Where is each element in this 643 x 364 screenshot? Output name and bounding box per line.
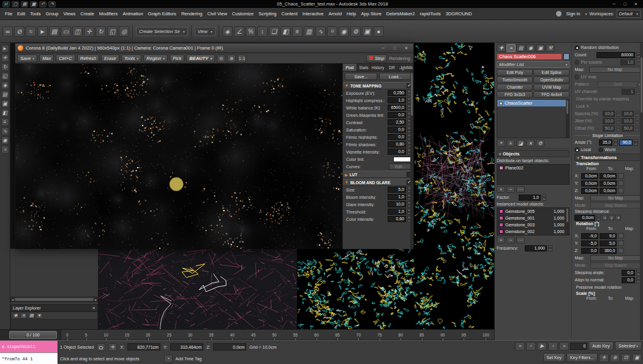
- vfb-save-button[interactable]: Save▾: [17, 54, 37, 62]
- vfb-region-button[interactable]: Region▾: [143, 54, 168, 62]
- select-and-rotate-icon[interactable]: ↻: [96, 26, 106, 37]
- menu-item[interactable]: 3DGROUND: [443, 11, 475, 17]
- slope-from-field[interactable]: 35,0: [599, 139, 612, 146]
- select-and-move-icon[interactable]: ✛: [84, 26, 94, 37]
- render-production-icon[interactable]: ●: [374, 26, 384, 37]
- dock-scale-icon[interactable]: ◱: [1, 72, 9, 80]
- frequency-field[interactable]: 1,000: [525, 245, 547, 251]
- menu-item[interactable]: Graph Editors: [146, 11, 179, 17]
- viewport-right-wireframe[interactable]: [414, 43, 495, 329]
- motion-tab-icon[interactable]: ◉: [526, 44, 535, 52]
- value-field[interactable]: 50,0: [603, 125, 615, 132]
- spinner[interactable]: [616, 111, 620, 117]
- from-field[interactable]: 0,0: [581, 248, 598, 254]
- menu-item[interactable]: Content: [279, 11, 299, 17]
- maxscript-mini-listener[interactable]: e.slopeToCell "fromTo 44 1: [0, 341, 58, 364]
- z-axis-toggle[interactable]: z: [615, 215, 621, 220]
- select-by-name-icon[interactable]: ▤: [49, 26, 59, 37]
- utilities-tab-icon[interactable]: ⚒: [546, 44, 555, 52]
- target-object-row[interactable]: Plane002: [497, 165, 569, 171]
- vfb-tab[interactable]: History: [371, 64, 385, 71]
- sign-in-button[interactable]: Sign in: [564, 11, 583, 17]
- menu-item[interactable]: File: [2, 11, 15, 17]
- create-tab-icon[interactable]: ✚: [497, 44, 506, 52]
- undo-icon[interactable]: ↶: [39, 1, 47, 7]
- y-coordinate-field[interactable]: 310,464cm: [170, 343, 203, 351]
- vfb-maximize-button[interactable]: □: [390, 46, 399, 50]
- z-coordinate-field[interactable]: 0,0cm: [213, 343, 246, 351]
- vfb-param-field[interactable]: 0,80: [388, 141, 406, 147]
- vfb-tab[interactable]: DR: [385, 64, 399, 71]
- vfb-param-field[interactable]: 0,0: [388, 149, 406, 155]
- lut-header[interactable]: ▶ LUT: [343, 171, 413, 178]
- translation-mode-button[interactable]: Map Based: [590, 202, 641, 209]
- uv-channel-field[interactable]: 1: [622, 89, 635, 95]
- pin-stack-icon[interactable]: ⌖: [497, 139, 505, 147]
- modifier-button[interactable]: Chamfer: [497, 84, 533, 91]
- dock-align-icon[interactable]: ≡: [1, 118, 9, 126]
- models-scrollbar[interactable]: [566, 208, 569, 235]
- select-and-place-icon[interactable]: ◎: [119, 26, 129, 37]
- dock-mirror-icon[interactable]: ◧: [1, 109, 9, 117]
- window-crossing-icon[interactable]: ◫: [72, 26, 83, 37]
- stack-scrollbar[interactable]: [566, 100, 569, 138]
- dock-material-icon[interactable]: ◉: [1, 136, 9, 144]
- vfb-erase-button[interactable]: Erase: [101, 54, 119, 62]
- new-scene-icon[interactable]: ▢: [12, 1, 19, 7]
- spinner[interactable]: [616, 125, 620, 132]
- rectangular-selection-icon[interactable]: ▭: [61, 26, 71, 37]
- render-view[interactable]: [15, 64, 342, 249]
- map-slot[interactable]: [618, 233, 624, 239]
- target-options-button[interactable]: ⋯: [516, 186, 525, 193]
- instanced-model-row[interactable]: Gemstone_003 1,000: [497, 221, 569, 228]
- zoom-view-button[interactable]: ⊕: [610, 354, 620, 362]
- vfb-max-button[interactable]: Max: [39, 54, 54, 62]
- close-button[interactable]: ✕: [631, 2, 641, 7]
- object-color-swatch[interactable]: [563, 53, 570, 60]
- map-slot[interactable]: [618, 180, 624, 186]
- selection-filter-dropdown[interactable]: Selected ▾: [615, 341, 642, 351]
- go-to-end-button[interactable]: »: [559, 342, 569, 351]
- objects-rollout-header[interactable]: ▾Objects: [497, 150, 570, 157]
- select-object-icon[interactable]: ►: [37, 26, 48, 37]
- stepping-angle-field[interactable]: 0,0: [622, 270, 635, 276]
- distribution-map-button[interactable]: No Map: [589, 67, 641, 73]
- spinner[interactable]: [548, 245, 552, 251]
- go-to-start-button[interactable]: «: [515, 342, 525, 351]
- value-field[interactable]: 10,0: [603, 111, 615, 117]
- value-field[interactable]: 50,0: [622, 125, 634, 132]
- bloom-glare-header[interactable]: ▼ BLOOM AND GLARE: [343, 179, 413, 186]
- remove-model-button[interactable]: −: [506, 237, 515, 243]
- viewport-bottom-middle-wireframe[interactable]: [297, 248, 415, 330]
- make-unique-icon[interactable]: ◪: [516, 139, 525, 147]
- max-logo-icon[interactable]: M: [2, 1, 10, 7]
- vfb-param-field[interactable]: 1,0: [388, 194, 406, 200]
- to-field[interactable]: 0,0cm: [600, 188, 617, 194]
- rotation-mode-button[interactable]: Map Based: [590, 262, 641, 269]
- model-options-button[interactable]: ⋯: [516, 237, 525, 243]
- save-file-icon[interactable]: ▦: [30, 1, 37, 7]
- layer-list-icon[interactable]: ▤: [28, 313, 35, 319]
- pattern-dropdown[interactable]: Grid: [598, 81, 637, 87]
- dock-layers-icon[interactable]: ▤: [1, 91, 9, 98]
- set-key-button[interactable]: Set Key: [543, 353, 566, 362]
- vfb-zoom-reset-icon[interactable]: 1:1: [238, 54, 246, 62]
- vfb-pick-button[interactable]: Pick: [170, 54, 184, 62]
- spinner[interactable]: [596, 215, 601, 221]
- layer-list[interactable]: [11, 319, 97, 329]
- schematic-view-icon[interactable]: ⌗: [327, 26, 337, 37]
- translation-map-button[interactable]: No Map: [590, 195, 641, 201]
- count-field[interactable]: 60000: [596, 52, 635, 58]
- menu-item[interactable]: Help: [344, 11, 358, 17]
- minimize-button[interactable]: ─: [609, 2, 619, 6]
- vfb-param-field[interactable]: 10,0: [388, 201, 406, 207]
- modifier-button[interactable]: TurboSmooth: [497, 76, 533, 83]
- vfb-tab[interactable]: LightMix: [399, 64, 413, 71]
- to-field[interactable]: 5,0: [600, 240, 617, 247]
- modify-tab-icon[interactable]: ⌁: [506, 44, 516, 52]
- vfb-zoom-in-icon[interactable]: ⊕: [227, 54, 236, 62]
- vfb-param-field[interactable]: 0,0: [388, 134, 406, 140]
- vfb-tab[interactable]: Stats: [357, 64, 371, 71]
- vfb-param-field[interactable]: 1,0: [388, 97, 406, 103]
- current-frame-field[interactable]: 0: [570, 343, 587, 350]
